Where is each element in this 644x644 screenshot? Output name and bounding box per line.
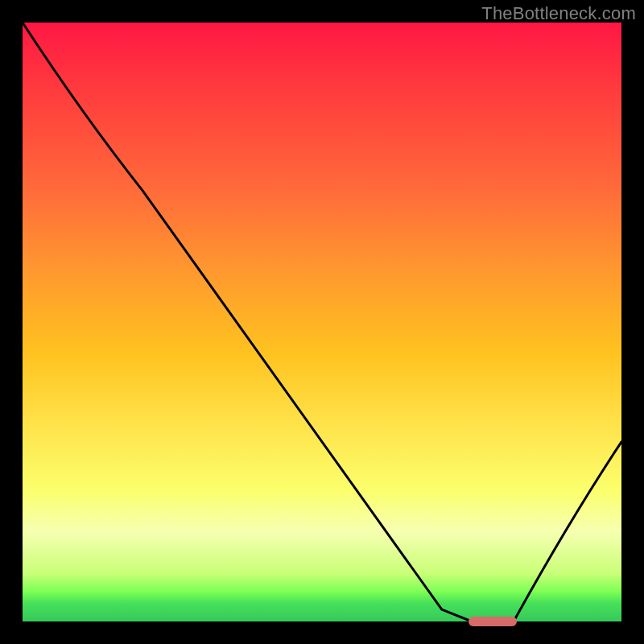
curve-layer: [23, 23, 621, 621]
optimal-marker: [469, 617, 517, 626]
bottleneck-curve: [23, 23, 621, 621]
chart-root: TheBottleneck.com: [0, 0, 644, 644]
watermark-text: TheBottleneck.com: [481, 3, 636, 24]
